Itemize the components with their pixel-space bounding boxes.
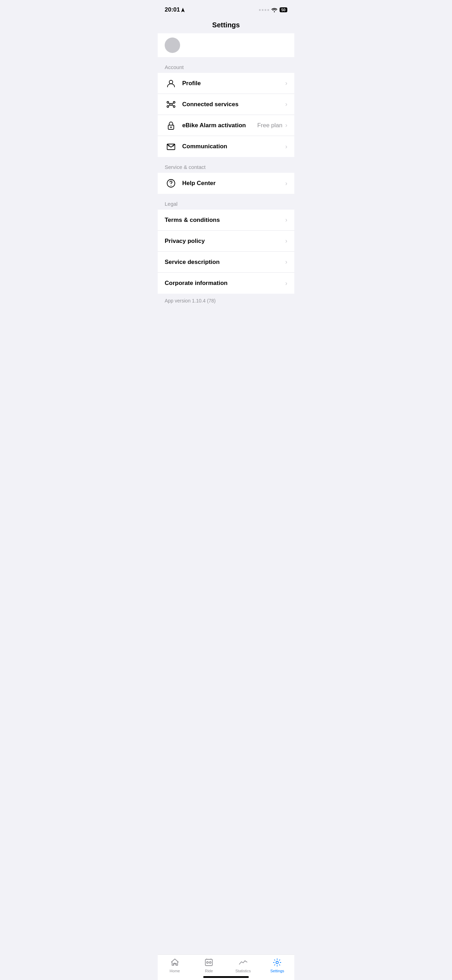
status-icons: 50 [259, 7, 287, 12]
svg-line-9 [172, 105, 173, 106]
signal-icon [259, 9, 269, 11]
svg-point-0 [169, 80, 173, 84]
corporate-item[interactable]: Corporate information › [158, 273, 294, 294]
profile-item[interactable]: Profile › [158, 73, 294, 94]
help-center-item[interactable]: Help Center › [158, 173, 294, 194]
service-desc-label: Service description [165, 259, 285, 266]
service-list: Help Center › [158, 173, 294, 194]
network-icon [165, 98, 177, 111]
svg-point-4 [167, 105, 169, 107]
account-list: Profile › [158, 73, 294, 157]
help-center-label: Help Center [182, 180, 285, 187]
svg-line-8 [169, 105, 170, 106]
communication-label: Communication [182, 143, 285, 150]
ebike-alarm-value: Free plan [257, 122, 282, 129]
section-service-contact: Service & contact Help Center › [158, 157, 294, 194]
location-icon [181, 8, 185, 12]
help-icon [165, 177, 177, 189]
privacy-item[interactable]: Privacy policy › [158, 231, 294, 252]
section-account: Account Profile › [158, 57, 294, 157]
chevron-icon: › [285, 258, 287, 266]
battery-icon: 50 [280, 7, 287, 12]
lock-icon [165, 119, 177, 132]
chevron-icon: › [285, 143, 287, 150]
email-icon [165, 140, 177, 153]
svg-point-11 [170, 127, 172, 128]
svg-point-3 [173, 101, 175, 103]
status-bar: 20:01 50 [158, 0, 294, 18]
chevron-icon: › [285, 80, 287, 87]
app-version: App version 1.10.4 (78) [158, 294, 294, 310]
person-icon [165, 77, 177, 90]
avatar [165, 38, 180, 53]
chevron-icon: › [285, 100, 287, 108]
section-legal: Legal Terms & conditions › Privacy polic… [158, 194, 294, 294]
svg-line-6 [169, 103, 170, 104]
svg-line-7 [172, 103, 173, 104]
service-desc-item[interactable]: Service description › [158, 252, 294, 273]
ebike-alarm-label: eBike Alarm activation [182, 122, 257, 129]
corporate-label: Corporate information [165, 280, 285, 287]
chevron-icon: › [285, 280, 287, 287]
chevron-icon: › [285, 180, 287, 187]
chevron-icon: › [285, 122, 287, 129]
section-header-service: Service & contact [158, 157, 294, 173]
svg-point-1 [170, 103, 172, 105]
connected-services-item[interactable]: Connected services › [158, 94, 294, 115]
chevron-icon: › [285, 237, 287, 245]
section-header-account: Account [158, 57, 294, 73]
profile-peek [158, 33, 294, 57]
section-header-legal: Legal [158, 194, 294, 210]
privacy-label: Privacy policy [165, 238, 285, 245]
page-title: Settings [158, 18, 294, 33]
legal-list: Terms & conditions › Privacy policy › Se… [158, 210, 294, 294]
terms-label: Terms & conditions [165, 216, 285, 224]
communication-item[interactable]: Communication › [158, 136, 294, 157]
status-time: 20:01 [165, 6, 185, 13]
wifi-icon [271, 7, 277, 12]
terms-item[interactable]: Terms & conditions › [158, 210, 294, 231]
ebike-alarm-item[interactable]: eBike Alarm activation Free plan › [158, 115, 294, 136]
profile-label: Profile [182, 80, 285, 87]
chevron-icon: › [285, 216, 287, 224]
svg-point-16 [170, 185, 171, 186]
connected-services-label: Connected services [182, 101, 285, 108]
svg-point-2 [167, 101, 169, 103]
svg-point-5 [173, 105, 175, 107]
